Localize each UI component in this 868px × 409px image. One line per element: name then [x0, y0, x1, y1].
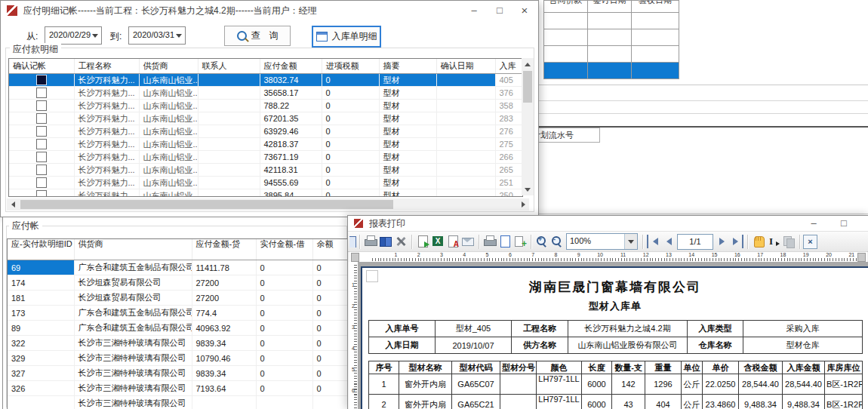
- scroll-left-icon[interactable]: [7, 198, 19, 211]
- account-row[interactable]: 长沙市三湘特种玻璃有限公司: [8, 396, 347, 409]
- grid-column-header: 实付金额-借: [256, 239, 312, 260]
- close-button[interactable]: ×: [860, 216, 868, 231]
- report-column-header: 含税金额: [739, 361, 783, 374]
- mail-icon[interactable]: [461, 235, 475, 248]
- horizontal-scrollbar[interactable]: [7, 198, 529, 211]
- zoom-in-icon[interactable]: +: [535, 235, 549, 248]
- print-icon[interactable]: [364, 235, 377, 248]
- account-row[interactable]: 174 长沙坦森贸易有限公司 27200 0 0: [8, 275, 347, 291]
- payable-row[interactable]: 长沙万科魅力... 山东南山铝业... 788.22 0 型材 358: [9, 100, 522, 112]
- page-view-icon[interactable]: [498, 235, 512, 248]
- close-button[interactable]: ×: [512, 1, 537, 20]
- report-titlebar[interactable]: 报表打印: [348, 216, 868, 231]
- zoom-out-icon[interactable]: -: [550, 235, 564, 248]
- account-row[interactable]: 69 广东合和建筑五金制品有限公司 11411.78 0 0: [8, 260, 347, 275]
- maximize-button[interactable]: □: [831, 216, 857, 231]
- minimize-button[interactable]: –: [461, 1, 487, 20]
- vertical-scrollbar[interactable]: [522, 58, 534, 195]
- contact-cell: [198, 189, 260, 198]
- confirm-checkbox[interactable]: [36, 177, 47, 188]
- amount-cell: 42818.37: [260, 138, 322, 151]
- confirm-checkbox[interactable]: [36, 139, 47, 149]
- next-page-button[interactable]: [716, 235, 728, 248]
- contact-cell: [198, 138, 260, 151]
- payable-row[interactable]: 长沙万科魅力... 山东南山铝业... 35658.17 0 型材 376: [9, 87, 522, 100]
- multi-page-icon[interactable]: [513, 235, 527, 248]
- payable-row[interactable]: 长沙万科魅力... 山东南山铝业... 3895.84 0 型材 250: [9, 189, 522, 198]
- pdf-export-icon[interactable]: [446, 235, 460, 248]
- confirm-checkbox[interactable]: [36, 75, 47, 85]
- chevron-down-icon[interactable]: [172, 27, 185, 44]
- payable-row[interactable]: 长沙万科魅力... 山东南山铝业... 42818.37 0 型材 275: [9, 138, 522, 151]
- contract-table-row: [544, 46, 679, 63]
- payable-row[interactable]: 长沙万科魅力... 山东南山铝业... 42118.31 0 型材 265: [9, 164, 522, 177]
- to-date-combo[interactable]: 2020/03/31: [128, 26, 186, 45]
- last-page-button[interactable]: [729, 235, 743, 248]
- inbound-no-cell: 376: [495, 87, 522, 100]
- close-preview-icon[interactable]: ×: [803, 235, 817, 249]
- supplier-cell: 山东南山铝业...: [139, 74, 198, 87]
- from-date-value: 2020/02/29: [49, 30, 91, 39]
- report-column-header: 型材名称: [399, 361, 452, 374]
- account-row[interactable]: 322 长沙市三湘特种玻璃有限公司 9839.34 0 0: [8, 336, 347, 351]
- confirm-checkbox[interactable]: [36, 113, 47, 124]
- payable-row[interactable]: 长沙万科魅力... 山东南山铝业... 94555.69 0 型材 251: [9, 177, 522, 189]
- query-button[interactable]: 查 询: [224, 26, 291, 46]
- first-page-button[interactable]: [647, 235, 661, 248]
- payable-row[interactable]: 长沙万科魅力... 山东南山铝业... 67201.35 0 型材 283: [9, 112, 522, 125]
- paid-cell: 0: [256, 351, 312, 366]
- prev-page-button[interactable]: [663, 235, 675, 248]
- confirm-checkbox[interactable]: [36, 190, 47, 197]
- confirm-checkbox[interactable]: [36, 100, 47, 111]
- scroll-right-icon[interactable]: [517, 198, 529, 211]
- confirm-checkbox[interactable]: [36, 88, 47, 98]
- scrollbar-thumb[interactable]: [523, 71, 532, 103]
- copy-icon[interactable]: [782, 235, 796, 248]
- chevron-down-icon[interactable]: [88, 27, 101, 44]
- from-date-combo[interactable]: 2020/02/29: [45, 26, 102, 45]
- maximize-button[interactable]: □: [487, 1, 512, 20]
- export-file-icon[interactable]: [416, 235, 429, 248]
- account-row[interactable]: 329 长沙市三湘特种玻璃有限公司 10790.46 0 0: [8, 351, 347, 366]
- item-tax-amount: 28,544.40: [739, 374, 783, 395]
- account-row[interactable]: 173 广东合和建筑五金制品有限公司 774.4 0 0: [8, 306, 347, 321]
- minimize-button[interactable]: –: [801, 216, 826, 231]
- balance-cell: 0: [312, 381, 347, 396]
- scroll-up-icon[interactable]: [522, 58, 534, 70]
- payable-detail-grid: 确认记帐工程名称供货商联系人应付金额进项税额摘要确认日期入库 长沙万科魅力...…: [8, 58, 523, 197]
- serial-number-field: 计划流水号: [535, 128, 600, 143]
- account-row[interactable]: 326 长沙市三湘特种玻璃有限公司 7193.64 0 0: [8, 381, 347, 396]
- page-number-box[interactable]: 1/1: [677, 234, 713, 250]
- chevron-down-icon[interactable]: [624, 234, 637, 249]
- confirm-checkbox[interactable]: [36, 165, 47, 175]
- confirm-checkbox[interactable]: [36, 152, 47, 162]
- ruler-number: 2: [349, 288, 355, 309]
- scroll-down-icon[interactable]: [522, 183, 534, 195]
- scrollbar-thumb[interactable]: [20, 200, 393, 209]
- book-icon[interactable]: [379, 235, 392, 248]
- tools-icon[interactable]: [394, 235, 408, 248]
- contract-table-row: [544, 63, 679, 79]
- ruler-number: 17: [740, 252, 763, 257]
- zoom-level-combo[interactable]: 100%: [566, 233, 638, 250]
- account-row[interactable]: 89 广东合和建筑五金制品有限公司 40963.92 0 0: [8, 321, 347, 336]
- payable-row[interactable]: 长沙万科魅力... 山东南山铝业... 73671.19 0 型材 266: [9, 151, 522, 164]
- balance-cell: 0: [312, 366, 347, 381]
- hand-tool-icon[interactable]: [752, 235, 765, 248]
- excel-export-icon[interactable]: [431, 235, 445, 248]
- payable-row[interactable]: 长沙万科魅力... 山东南山铝业... 63929.46 0 型材 276: [9, 125, 522, 138]
- report-preview-area[interactable]: 湖南巨晟门窗幕墙有限公司 型材入库单 入库单号 型材_405 工程名称: [358, 262, 868, 409]
- project-cell: 长沙万科魅力...: [74, 177, 139, 189]
- text-select-icon[interactable]: [767, 235, 780, 248]
- tax-cell: 0: [322, 87, 379, 100]
- payable-detail-titlebar[interactable]: 应付明细记帐------当前工程：长沙万科魅力之城4.2期------当前用户：…: [1, 1, 538, 20]
- balance-cell: 0: [312, 321, 347, 336]
- report-form-icon[interactable]: [349, 235, 356, 248]
- print-setup-icon[interactable]: [483, 235, 497, 248]
- confirm-checkbox[interactable]: [36, 126, 47, 137]
- account-row[interactable]: 327 长沙市三湘特种玻璃有限公司 9839.34 0 0: [8, 366, 347, 381]
- account-row[interactable]: 181 长沙坦森贸易有限公司 27200 0 0: [8, 291, 347, 306]
- grid-header-row: 确认记帐工程名称供货商联系人应付金额进项税额摘要确认日期入库: [9, 59, 522, 74]
- payable-row[interactable]: 长沙万科魅力... 山东南山铝业... 38032.74 0 型材 405: [9, 74, 522, 87]
- inbound-detail-button[interactable]: 入库单明细: [312, 26, 381, 48]
